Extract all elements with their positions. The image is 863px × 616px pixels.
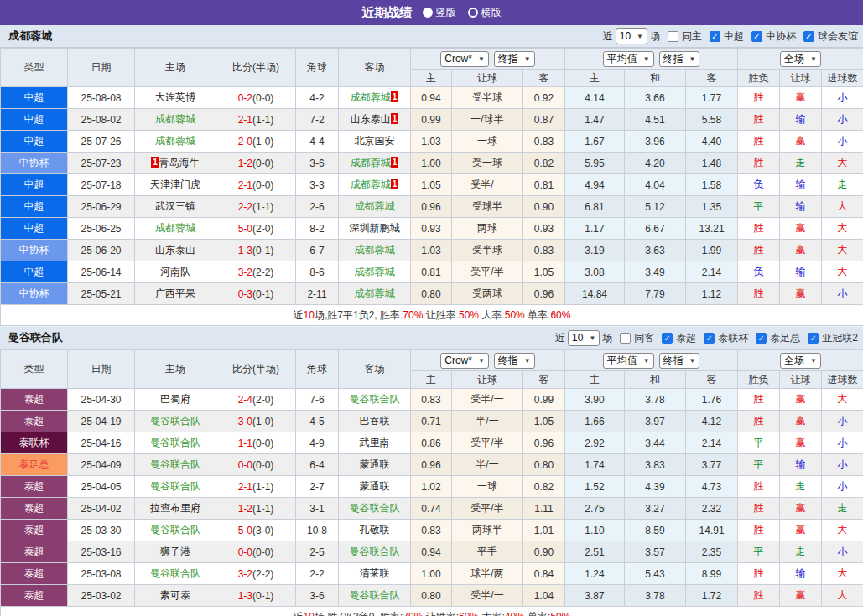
avg-draw: 4.39 [625,476,686,498]
period-select[interactable]: 全场▼ [780,51,821,67]
chevron-down-icon: ▼ [524,53,531,65]
avg-home: 6.81 [565,196,625,218]
avg-home: 3.87 [565,585,625,607]
halftime-score: (1-0) [252,416,273,427]
filter-checkbox[interactable]: ✓ [662,333,673,344]
result-outcome: 胜 [738,131,780,153]
filter-checkbox[interactable]: ✓ [803,31,814,42]
odds-stage-select[interactable]: 终指▼ [494,353,535,369]
odds-home: 0.74 [411,498,452,520]
league-type-cell: 中协杯 [1,153,68,174]
summary-segment: 10 [304,611,315,616]
match-row: 泰超25-03-30曼谷联合队5-0(3-0)10-8孔敬联0.83两球半1.0… [1,520,863,541]
match-date: 25-06-29 [68,196,135,218]
avg-home: 1.10 [565,520,625,541]
home-team: 曼谷联合队 [135,563,216,585]
bookmaker-select[interactable]: Crow*▼ [440,353,489,369]
result-goals: 走 [822,174,863,196]
away-team: 成都蓉城 [339,261,411,283]
match-date: 25-07-26 [68,131,135,153]
avg-draw: 3.27 [625,498,686,520]
team-label: 青岛海牛 [159,157,200,168]
chevron-down-icon: ▼ [810,355,817,367]
filter-checkbox[interactable]: ✓ [756,333,767,344]
match-count-select[interactable]: 10▼ [616,28,647,44]
result-outcome: 胜 [738,109,780,131]
result-outcome: 胜 [738,283,780,305]
league-type-cell: 泰联杯 [1,432,68,454]
layout-radio-0[interactable]: 竖版 [423,6,456,20]
layout-radio-1[interactable]: 横版 [468,6,502,20]
odds-home: 0.94 [411,541,452,563]
score-cell: 3-2(2-2) [216,261,296,283]
avg-draw: 3.78 [625,389,686,411]
odds-away: 0.90 [523,541,565,563]
radio-label: 竖版 [436,6,456,20]
league-type-cell: 中超 [1,109,68,131]
column-header: 比分(半场) [216,350,296,389]
odds-home: 1.00 [411,153,452,174]
odds-handicap: 一球 [452,476,523,498]
score-cell: 0-0(0-0) [216,541,296,563]
odds-home: 1.03 [411,131,452,153]
match-date: 25-04-02 [68,498,135,520]
team-label: 成都蓉城 [155,113,195,125]
avg-away: 1.99 [686,240,738,261]
team-label: 武汉三镇 [155,200,195,212]
match-row: 泰超25-03-02素可泰1-3(0-1)3-6曼谷联合队0.80受半/一1.0… [1,585,863,607]
odds-group-header: Crow*▼终指▼ [411,49,565,70]
odds-away: 0.82 [523,153,565,174]
odds-home: 0.96 [411,196,452,218]
page-title: 近期战绩 [362,5,413,21]
filter-checkbox[interactable]: ✓ [808,333,819,344]
avg-draw: 5.12 [625,196,686,218]
filter-checkbox[interactable] [620,333,631,344]
bookmaker-select[interactable]: Crow*▼ [440,51,489,67]
home-team: 曼谷联合队 [135,454,216,476]
avg-stage-select[interactable]: 终指▼ [659,51,700,67]
chevron-down-icon: ▼ [643,53,650,65]
odds-away: 1.11 [523,498,565,520]
avg-away: 2.14 [686,432,738,454]
result-goals: 小 [822,476,863,498]
summary-segment: 70% [403,309,423,321]
odds-stage-select[interactable]: 终指▼ [494,51,535,67]
fulltime-score: 3-2 [238,267,252,278]
avg-away: 4.73 [686,476,738,498]
result-goals: 大 [822,153,863,174]
league-type-cell: 泰超 [1,541,68,563]
league-type-cell: 泰超 [1,389,68,411]
avg-away: 2.32 [686,498,738,520]
away-team: 曼谷联合队 [339,585,411,607]
filter-checkbox[interactable]: ✓ [704,333,715,344]
fulltime-score: 2-2 [238,201,252,213]
avg-stage-select[interactable]: 终指▼ [659,353,700,369]
result-goals: 大 [822,218,863,240]
corner-cell: 7-6 [296,389,339,411]
filter-checkbox-label: 球会友谊 [818,29,858,44]
period-select[interactable]: 全场▼ [780,353,821,369]
period-group-header: 全场▼ [738,350,863,371]
filter-checkbox[interactable]: ✓ [751,31,762,42]
result-handicap: 输 [780,174,822,196]
match-count-select[interactable]: 10▼ [568,330,600,346]
team-label: 山东泰山 [351,113,391,125]
team-name: 成都蓉城 [5,28,52,44]
team-label: 成都蓉城 [355,200,395,212]
topbar: 近期战绩 竖版横版 [0,0,863,25]
league-type-cell: 泰超 [1,520,68,541]
filter-checkbox[interactable] [668,31,678,42]
filter-checkbox[interactable]: ✓ [710,31,720,42]
corner-cell: 6-4 [296,454,339,476]
red-card-badge: 1 [391,91,399,102]
match-row: 中超25-07-26成都蓉城2-0(1-0)4-4北京国安1.03一球0.831… [1,131,863,153]
match-date: 25-05-21 [68,283,135,305]
away-team: 武里南 [339,432,411,454]
average-select[interactable]: 平均值▼ [603,353,654,369]
match-date: 25-03-02 [68,585,135,607]
result-goals: 小 [822,541,863,563]
average-select[interactable]: 平均值▼ [603,51,654,67]
odds-away: 0.81 [523,174,565,196]
away-team: 成都蓉城1 [339,153,411,174]
score-cell: 2-4(2-0) [216,389,296,411]
